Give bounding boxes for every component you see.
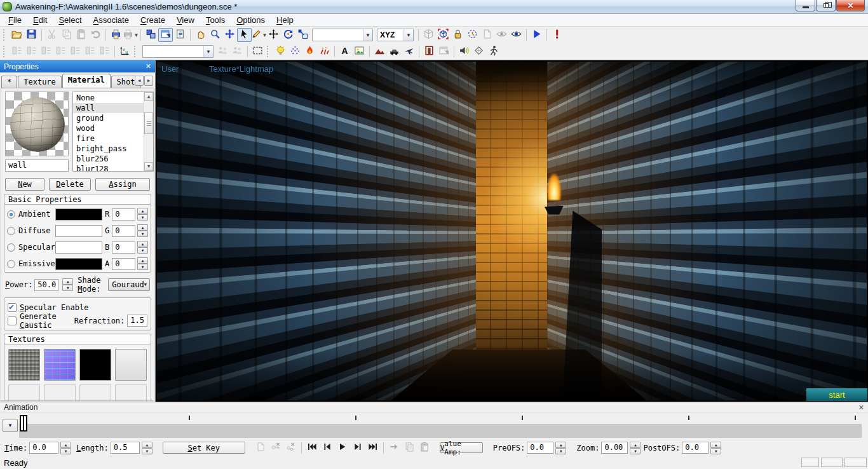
pick-tool-button[interactable]: ▼	[252, 28, 266, 42]
create-terrain-button[interactable]	[372, 44, 387, 58]
power-up-icon[interactable]: ▲	[62, 278, 73, 285]
length-down-icon[interactable]: ▼	[142, 448, 153, 454]
time-up-icon[interactable]: ▲	[60, 442, 71, 448]
create-text-button[interactable]	[337, 44, 352, 58]
animation-close-icon[interactable]: ✕	[858, 404, 864, 412]
rect-select-button[interactable]	[250, 44, 265, 58]
refraction-input[interactable]: 1.5	[127, 315, 147, 327]
run-scene-button[interactable]	[529, 28, 544, 42]
scroll-down-icon[interactable]: ▼	[144, 162, 153, 171]
pan-view-button[interactable]	[193, 28, 208, 42]
spin-up-icon[interactable]: ▲	[137, 257, 148, 264]
properties-close-icon[interactable]: ✕	[146, 62, 151, 71]
zoom-down-icon[interactable]: ▼	[630, 448, 641, 454]
timeline-track[interactable]	[19, 424, 862, 438]
create-billboard-button[interactable]	[352, 44, 367, 58]
scrollbar-thumb[interactable]	[144, 112, 153, 134]
g-channel-input[interactable]: 0	[112, 225, 135, 237]
menu-select[interactable]: Select	[53, 14, 87, 26]
chevron-down-icon[interactable]: ▼	[403, 29, 413, 41]
postofs-down-icon[interactable]: ▼	[710, 448, 721, 454]
length-up-icon[interactable]: ▲	[142, 442, 153, 448]
selection-brackets-button[interactable]	[436, 28, 451, 42]
texture-slot-4-empty[interactable]	[115, 349, 147, 381]
lock-selection-button[interactable]	[451, 28, 465, 42]
close-button[interactable]: ✕	[836, 0, 865, 11]
tab-texture[interactable]: Texture	[18, 76, 62, 88]
specular-radio[interactable]	[7, 243, 15, 252]
clone-object-button[interactable]	[144, 28, 158, 42]
create-sound-button[interactable]	[457, 44, 471, 58]
open-scene-button[interactable]	[10, 28, 24, 42]
camera-label[interactable]: User	[161, 64, 179, 74]
menu-tools[interactable]: Tools	[200, 14, 231, 26]
time-input[interactable]: 0.0	[29, 442, 58, 454]
create-aircraft-button[interactable]	[402, 44, 416, 58]
group-combo[interactable]: ▼	[142, 45, 214, 58]
scale-object-button[interactable]	[295, 28, 310, 42]
texture-slot-2-normalmap[interactable]	[44, 349, 76, 381]
spin-down-icon[interactable]: ▼	[137, 231, 148, 237]
emissive-radio[interactable]	[7, 260, 15, 268]
material-list-scrollbar[interactable]: ▲ ▼	[144, 92, 153, 171]
menu-associate[interactable]: Associate	[88, 14, 135, 26]
select-object-button[interactable]	[237, 28, 252, 42]
debug-button[interactable]	[550, 28, 564, 42]
specular-enable-checkbox[interactable]: ✔	[8, 303, 17, 312]
minimize-button[interactable]	[796, 0, 815, 11]
tab-scroll-right-icon[interactable]: ▶	[144, 76, 153, 86]
texture-slot-3-black[interactable]	[79, 349, 111, 381]
zoom-up-icon[interactable]: ▲	[630, 442, 641, 448]
menu-help[interactable]: Help	[271, 14, 299, 26]
toolbar-grip[interactable]	[3, 29, 8, 41]
emissive-color-swatch[interactable]	[55, 258, 102, 270]
chevron-down-icon[interactable]: ▼	[363, 29, 372, 41]
play-animation-button[interactable]	[335, 441, 350, 455]
material-item-wood[interactable]: wood	[73, 123, 144, 133]
chevron-down-icon[interactable]: ▼	[203, 46, 213, 57]
scene-outline-button[interactable]	[173, 28, 187, 42]
create-light-button[interactable]	[273, 44, 288, 58]
texture-slot-8-slot[interactable]	[115, 384, 147, 401]
ambient-color-swatch[interactable]	[55, 208, 102, 221]
zoom-view-button[interactable]	[208, 28, 222, 42]
time-down-icon[interactable]: ▼	[60, 448, 71, 454]
texture-slot-6-slot[interactable]	[44, 384, 76, 401]
new-material-button[interactable]: New	[5, 178, 44, 191]
go-to-end-button[interactable]	[365, 441, 381, 455]
preofs-down-icon[interactable]: ▼	[555, 448, 566, 454]
power-down-icon[interactable]: ▼	[62, 285, 73, 291]
r-channel-input[interactable]: 0	[112, 208, 135, 221]
shade-mode-select[interactable]: Gouraud ▼	[108, 278, 150, 291]
step-back-button[interactable]	[320, 441, 335, 455]
assign-material-button[interactable]: Assign	[95, 178, 150, 191]
preofs-input[interactable]: 0.0	[527, 442, 553, 454]
restore-button[interactable]	[816, 0, 836, 11]
tab-star[interactable]: *	[1, 76, 17, 88]
save-scene-button[interactable]	[24, 28, 39, 42]
menu-file[interactable]: File	[3, 14, 27, 26]
orbit-view-button[interactable]	[222, 28, 237, 42]
ambient-radio[interactable]	[7, 210, 15, 219]
material-item-wall[interactable]: wall	[73, 103, 144, 113]
viewport[interactable]: User Texture*Lightmap start	[156, 60, 868, 402]
menu-view[interactable]: View	[171, 14, 200, 26]
create-vehicle-button[interactable]	[387, 44, 402, 58]
zoom-input[interactable]: 0.00	[601, 442, 628, 454]
texture-slot-5-slot[interactable]	[8, 384, 40, 401]
start-button[interactable]: start	[806, 388, 867, 401]
material-item-ground[interactable]: ground	[73, 113, 144, 123]
material-item-bright_pass[interactable]: bright_pass	[73, 144, 144, 154]
material-item-blur256[interactable]: blur256	[73, 154, 144, 164]
create-sparks-button[interactable]	[317, 44, 332, 58]
menu-options[interactable]: Options	[231, 14, 271, 26]
texture-slot-7-slot[interactable]	[79, 384, 111, 401]
menu-create[interactable]: Create	[135, 14, 171, 26]
power-input[interactable]: 50.0	[34, 279, 58, 291]
go-to-start-button[interactable]	[304, 441, 320, 455]
texture-slot-1-stone[interactable]	[8, 349, 40, 381]
spin-up-icon[interactable]: ▲	[137, 208, 148, 214]
postofs-up-icon[interactable]: ▲	[710, 442, 721, 448]
scroll-up-icon[interactable]: ▲	[144, 92, 153, 101]
material-item-none[interactable]: None	[73, 93, 144, 103]
